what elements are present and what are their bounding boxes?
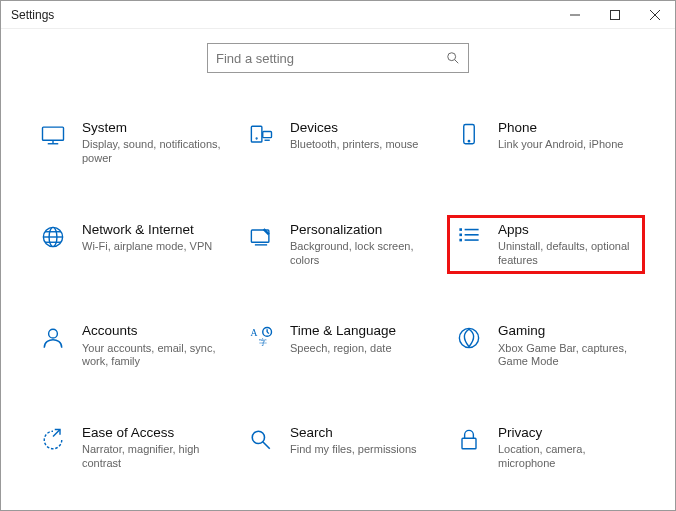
category-desc: Narrator, magnifier, high contrast	[82, 443, 222, 471]
phone-icon	[454, 120, 484, 150]
category-text: Time & LanguageSpeech, region, date	[290, 323, 396, 355]
search-icon	[446, 51, 460, 65]
categories-grid: SystemDisplay, sound, notifications, pow…	[31, 113, 645, 509]
svg-point-28	[49, 330, 58, 339]
category-name: Devices	[290, 120, 418, 136]
svg-rect-38	[462, 438, 476, 449]
category-desc: Location, camera, microphone	[498, 443, 638, 471]
svg-line-35	[53, 430, 60, 437]
system-icon	[38, 120, 68, 150]
category-desc: Find my files, permissions	[290, 443, 417, 457]
category-name: Time & Language	[290, 323, 396, 339]
category-accounts[interactable]: AccountsYour accounts, email, sync, work…	[31, 316, 229, 376]
svg-line-33	[267, 332, 269, 334]
category-text: PhoneLink your Android, iPhone	[498, 120, 623, 152]
apps-icon	[454, 222, 484, 252]
svg-point-11	[256, 138, 257, 139]
svg-rect-1	[611, 10, 620, 19]
category-name: Apps	[498, 222, 638, 238]
category-name: Phone	[498, 120, 623, 136]
privacy-icon	[454, 425, 484, 455]
search-icon	[246, 425, 276, 455]
category-devices[interactable]: DevicesBluetooth, printers, mouse	[239, 113, 437, 173]
category-desc: Wi-Fi, airplane mode, VPN	[82, 240, 212, 254]
category-name: Gaming	[498, 323, 638, 339]
svg-line-37	[263, 442, 270, 449]
category-text: AppsUninstall, defaults, optional featur…	[498, 222, 638, 268]
category-text: SystemDisplay, sound, notifications, pow…	[82, 120, 222, 166]
search-box[interactable]	[207, 43, 469, 73]
category-time[interactable]: A字Time & LanguageSpeech, region, date	[239, 316, 437, 376]
category-desc: Xbox Game Bar, captures, Game Mode	[498, 342, 638, 370]
category-name: Ease of Access	[82, 425, 222, 441]
titlebar: Settings	[1, 1, 675, 29]
category-search[interactable]: SearchFind my files, permissions	[239, 418, 437, 478]
svg-text:字: 字	[259, 338, 267, 347]
category-name: Personalization	[290, 222, 430, 238]
search-input[interactable]	[216, 51, 446, 66]
category-name: Search	[290, 425, 417, 441]
minimize-button[interactable]	[555, 1, 595, 29]
svg-point-34	[459, 329, 478, 348]
svg-rect-6	[43, 127, 64, 140]
category-desc: Your accounts, email, sync, work, family	[82, 342, 222, 370]
category-desc: Display, sound, notifications, power	[82, 138, 222, 166]
category-text: Ease of AccessNarrator, magnifier, high …	[82, 425, 222, 471]
category-text: Network & InternetWi-Fi, airplane mode, …	[82, 222, 212, 254]
category-name: Network & Internet	[82, 222, 212, 238]
svg-rect-22	[459, 228, 462, 231]
category-desc: Link your Android, iPhone	[498, 138, 623, 152]
time-icon: A字	[246, 323, 276, 353]
svg-rect-24	[459, 238, 462, 241]
category-network[interactable]: Network & InternetWi-Fi, airplane mode, …	[31, 215, 229, 275]
category-name: Accounts	[82, 323, 222, 339]
category-text: PrivacyLocation, camera, microphone	[498, 425, 638, 471]
svg-text:A: A	[251, 328, 258, 339]
category-ease[interactable]: Ease of AccessNarrator, magnifier, high …	[31, 418, 229, 478]
search-container	[31, 43, 645, 73]
svg-line-5	[455, 60, 459, 64]
category-text: PersonalizationBackground, lock screen, …	[290, 222, 430, 268]
category-system[interactable]: SystemDisplay, sound, notifications, pow…	[31, 113, 229, 173]
svg-point-14	[468, 140, 469, 141]
ease-icon	[38, 425, 68, 455]
category-text: GamingXbox Game Bar, captures, Game Mode	[498, 323, 638, 369]
accounts-icon	[38, 323, 68, 353]
svg-rect-23	[459, 233, 462, 236]
devices-icon	[246, 120, 276, 150]
category-name: Privacy	[498, 425, 638, 441]
category-name: System	[82, 120, 222, 136]
category-gaming[interactable]: GamingXbox Game Bar, captures, Game Mode	[447, 316, 645, 376]
category-text: AccountsYour accounts, email, sync, work…	[82, 323, 222, 369]
svg-point-4	[448, 53, 456, 61]
category-privacy[interactable]: PrivacyLocation, camera, microphone	[447, 418, 645, 478]
window-controls	[555, 1, 675, 29]
svg-rect-10	[263, 132, 272, 138]
category-desc: Speech, region, date	[290, 342, 396, 356]
content-area: SystemDisplay, sound, notifications, pow…	[1, 29, 675, 509]
category-desc: Bluetooth, printers, mouse	[290, 138, 418, 152]
gaming-icon	[454, 323, 484, 353]
category-personalization[interactable]: PersonalizationBackground, lock screen, …	[239, 215, 437, 275]
window-title: Settings	[11, 8, 54, 22]
network-icon	[38, 222, 68, 252]
category-desc: Uninstall, defaults, optional features	[498, 240, 638, 268]
category-apps[interactable]: AppsUninstall, defaults, optional featur…	[447, 215, 645, 275]
personalization-icon	[246, 222, 276, 252]
svg-point-36	[252, 431, 264, 443]
category-desc: Background, lock screen, colors	[290, 240, 430, 268]
category-text: SearchFind my files, permissions	[290, 425, 417, 457]
category-text: DevicesBluetooth, printers, mouse	[290, 120, 418, 152]
close-button[interactable]	[635, 1, 675, 29]
maximize-button[interactable]	[595, 1, 635, 29]
category-phone[interactable]: PhoneLink your Android, iPhone	[447, 113, 645, 173]
